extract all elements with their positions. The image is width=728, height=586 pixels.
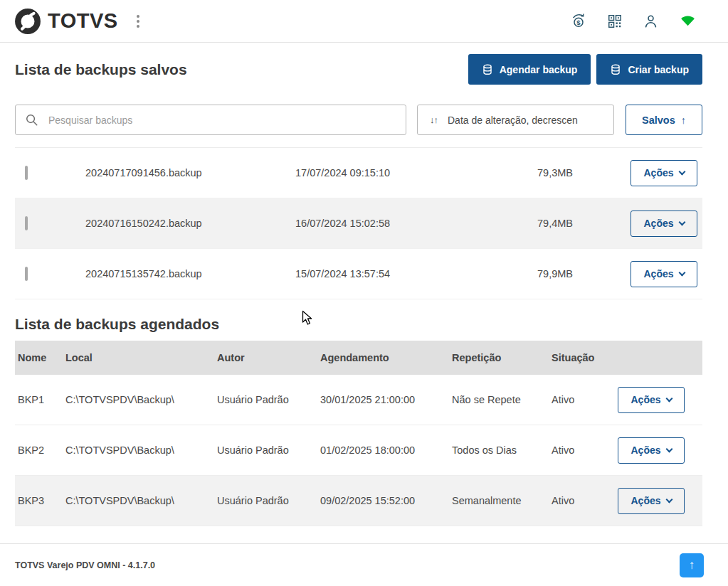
scroll-to-top-button[interactable]: ↑: [680, 553, 704, 577]
cell-local: C:\TOTVSPDV\Backup\: [65, 444, 217, 456]
chevron-down-icon: [678, 218, 685, 225]
database-icon: [610, 64, 621, 75]
column-agendamento: Agendamento: [320, 352, 452, 363]
scheduled-backups-table: Nome Local Autor Agendamento Repetição S…: [15, 341, 702, 526]
arrow-up-icon: ↑: [689, 558, 695, 572]
saved-filter-label: Salvos: [642, 114, 675, 126]
column-local: Local: [65, 352, 217, 363]
cell-repeticao: Não se Repete: [452, 394, 552, 405]
create-backup-label: Criar backup: [628, 64, 689, 75]
svg-text:$: $: [576, 18, 581, 26]
chevron-down-icon: [665, 496, 672, 503]
row-checkbox[interactable]: [25, 216, 28, 230]
backup-size: 79,4MB: [537, 218, 631, 229]
column-situacao: Situação: [552, 352, 618, 363]
create-backup-button[interactable]: Criar backup: [596, 54, 702, 85]
sort-label: Data de alteração, decrescen: [448, 114, 578, 126]
column-nome: Nome: [18, 352, 65, 363]
page-title: Lista de backups salvos: [15, 61, 187, 78]
chevron-down-icon: [665, 395, 672, 402]
cell-repeticao: Semanalmente: [452, 495, 552, 506]
footer: TOTVS Varejo PDV OMNI - 4.1.7.0 ↑: [0, 543, 728, 586]
saved-backups-list: 20240717091456.backup 17/07/2024 09:15:1…: [15, 147, 702, 299]
database-icon: [482, 64, 493, 75]
cell-situacao: Ativo: [552, 495, 618, 506]
backup-datetime: 15/07/2024 13:57:54: [295, 268, 537, 279]
main-content: Lista de backups salvos Agendar backup: [0, 54, 728, 526]
search-box: [15, 105, 406, 135]
cell-autor: Usuário Padrão: [217, 495, 320, 506]
table-row: 20240717091456.backup 17/07/2024 09:15:1…: [15, 148, 702, 198]
cell-local: C:\TOTVSPDV\Backup\: [65, 495, 217, 506]
actions-button[interactable]: Ações: [618, 437, 685, 464]
kebab-menu-icon[interactable]: [134, 12, 142, 31]
actions-button[interactable]: Ações: [631, 160, 697, 186]
search-input[interactable]: [15, 105, 406, 135]
cell-agendamento: 01/02/2025 18:00:00: [320, 444, 452, 456]
schedule-backup-button[interactable]: Agendar backup: [468, 54, 591, 85]
cell-agendamento: 30/01/2025 21:00:00: [320, 394, 452, 405]
top-header: TOTVS $: [0, 0, 728, 43]
chevron-down-icon: [678, 269, 685, 276]
backup-datetime: 17/07/2024 09:15:10: [295, 167, 537, 179]
cell-situacao: Ativo: [552, 394, 618, 405]
cell-repeticao: Todos os Dias: [452, 444, 552, 456]
table-header: Nome Local Autor Agendamento Repetição S…: [15, 341, 702, 375]
sort-arrows-icon: ↓↑: [430, 114, 438, 125]
cell-nome: BKP1: [18, 394, 65, 405]
actions-label: Ações: [631, 444, 660, 456]
cell-nome: BKP2: [18, 444, 65, 456]
app-version-text: TOTVS Varejo PDV OMNI - 4.1.7.0: [15, 560, 155, 570]
cell-local: C:\TOTVSPDV\Backup\: [65, 394, 217, 405]
chevron-down-icon: [678, 168, 685, 175]
backup-name: 20240715135742.backup: [85, 268, 295, 279]
actions-label: Ações: [631, 394, 660, 405]
logo-text: TOTVS: [48, 9, 118, 33]
sort-select[interactable]: ↓↑ Data de alteração, decrescen: [417, 105, 614, 135]
actions-button[interactable]: Ações: [631, 211, 697, 237]
backup-name: 20240717091456.backup: [85, 167, 295, 179]
table-row: BKP2 C:\TOTVSPDV\Backup\ Usuário Padrão …: [15, 425, 702, 476]
actions-label: Ações: [643, 167, 673, 179]
search-icon: [25, 113, 38, 127]
cell-nome: BKP3: [18, 495, 65, 506]
user-icon[interactable]: [643, 13, 659, 29]
column-repeticao: Repetição: [452, 352, 552, 363]
backup-size: 79,9MB: [537, 268, 631, 279]
totvs-logo-icon: [14, 8, 41, 35]
chevron-down-icon: [665, 445, 672, 452]
schedule-backup-label: Agendar backup: [500, 64, 578, 75]
arrow-up-icon: ↑: [681, 114, 686, 126]
app-window: TOTVS $: [0, 0, 728, 586]
connection-status-icon[interactable]: [679, 12, 697, 30]
backup-size: 79,3MB: [537, 167, 631, 179]
qr-code-icon[interactable]: [607, 14, 623, 29]
table-row: BKP3 C:\TOTVSPDV\Backup\ Usuário Padrão …: [15, 476, 702, 526]
table-row: 20240715135742.backup 15/07/2024 13:57:5…: [15, 249, 702, 299]
row-checkbox[interactable]: [25, 267, 28, 281]
currency-exchange-icon[interactable]: $: [570, 13, 587, 30]
table-row: 20240716150242.backup 16/07/2024 15:02:5…: [15, 198, 702, 249]
saved-filter-button[interactable]: Salvos ↑: [626, 105, 702, 135]
cell-situacao: Ativo: [552, 444, 618, 456]
header-icons: $: [570, 12, 697, 30]
logo-area: TOTVS: [14, 8, 142, 35]
row-checkbox[interactable]: [25, 166, 28, 180]
actions-button[interactable]: Ações: [618, 387, 685, 413]
actions-button[interactable]: Ações: [618, 488, 685, 514]
actions-label: Ações: [631, 495, 660, 506]
table-row: BKP1 C:\TOTVSPDV\Backup\ Usuário Padrão …: [15, 375, 702, 425]
column-autor: Autor: [217, 352, 320, 363]
cell-autor: Usuário Padrão: [217, 444, 320, 456]
cell-agendamento: 09/02/2025 15:52:00: [320, 495, 452, 506]
actions-button[interactable]: Ações: [631, 261, 697, 287]
actions-label: Ações: [643, 268, 673, 279]
actions-label: Ações: [643, 218, 673, 229]
backup-name: 20240716150242.backup: [85, 218, 295, 229]
backup-datetime: 16/07/2024 15:02:58: [295, 218, 537, 229]
scheduled-title: Lista de backups agendados: [15, 316, 702, 333]
cell-autor: Usuário Padrão: [217, 394, 320, 405]
